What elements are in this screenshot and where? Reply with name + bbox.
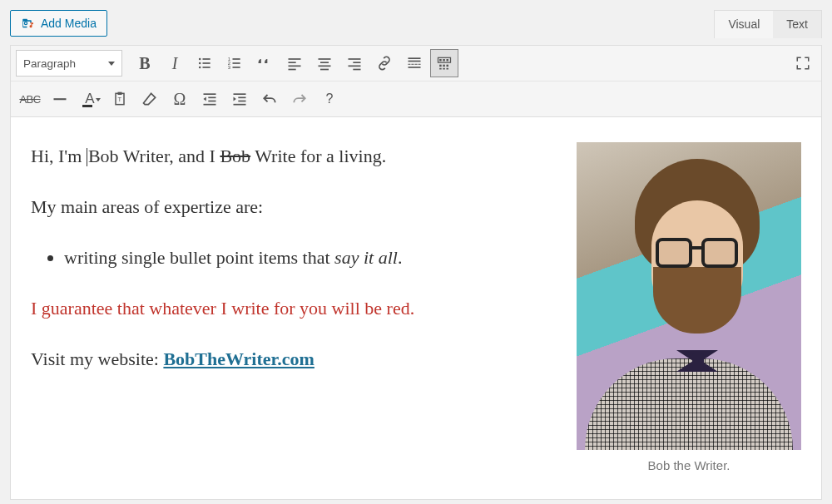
svg-point-3 [199, 62, 201, 65]
editor-container: Add Media Visual Text Paragraph B I 123 [0, 0, 832, 504]
align-left-icon [286, 55, 303, 72]
svg-rect-14 [289, 62, 296, 63]
paragraph-red[interactable]: I guarantee that whatever I write for yo… [31, 294, 563, 322]
align-center-icon [316, 55, 333, 72]
strikethrough-button[interactable]: ABC [16, 85, 44, 113]
kitchen-sink-icon [436, 55, 453, 72]
decrease-indent-button[interactable] [196, 85, 224, 113]
svg-rect-36 [447, 59, 449, 62]
svg-rect-34 [439, 59, 442, 62]
blockquote-button[interactable] [250, 49, 279, 77]
svg-rect-17 [319, 58, 331, 60]
link-icon [376, 55, 393, 72]
eraser-icon [141, 91, 158, 107]
special-character-button[interactable]: Ω [166, 85, 194, 113]
svg-rect-22 [353, 62, 360, 63]
editor-top-row: Add Media Visual Text [10, 10, 822, 38]
outdent-icon [201, 91, 218, 107]
toolbar: Paragraph B I 123 [10, 45, 822, 117]
paragraph-link[interactable]: Visit my website: BobTheWriter.com [31, 345, 563, 373]
image-caption[interactable]: Bob the Writer. [577, 450, 801, 472]
svg-rect-39 [447, 65, 449, 67]
bullet-list[interactable]: writing single bullet point items that s… [64, 244, 563, 271]
svg-rect-4 [203, 62, 210, 64]
struck-text: Bob [220, 146, 250, 166]
svg-rect-41 [443, 68, 445, 70]
italic-button[interactable]: I [161, 49, 189, 77]
svg-rect-20 [320, 69, 329, 71]
inserted-image-figure[interactable]: Bob the Writer. [577, 142, 801, 472]
svg-rect-13 [289, 58, 301, 60]
svg-rect-30 [415, 64, 418, 65]
svg-rect-32 [409, 67, 421, 68]
svg-rect-29 [412, 64, 414, 65]
paste-as-text-button[interactable]: T [106, 85, 134, 113]
svg-rect-48 [208, 97, 215, 99]
numbered-list-button[interactable]: 123 [220, 49, 249, 77]
svg-rect-37 [439, 65, 442, 67]
inserted-image[interactable] [577, 142, 801, 450]
svg-rect-47 [204, 93, 216, 95]
tab-visual[interactable]: Visual [715, 11, 773, 38]
chevron-down-icon [96, 98, 101, 101]
align-right-icon [346, 55, 363, 72]
align-center-button[interactable] [310, 49, 339, 77]
format-dropdown[interactable]: Paragraph [16, 50, 122, 77]
svg-rect-43 [54, 98, 67, 100]
add-media-label: Add Media [41, 17, 97, 30]
svg-rect-38 [443, 65, 445, 67]
content-area[interactable]: Hi, I'm Bob Writer, and I Bob Write for … [10, 117, 822, 500]
bulleted-list-icon [196, 55, 213, 72]
quote-icon [256, 55, 273, 72]
svg-rect-8 [233, 58, 240, 60]
italic-text: say it all [334, 247, 398, 268]
align-right-button[interactable] [340, 49, 369, 77]
content-body[interactable]: Hi, I'm Bob Writer, and I Bob Write for … [31, 142, 563, 373]
keyboard-shortcuts-button[interactable]: ? [315, 85, 344, 113]
website-link[interactable]: BobTheWriter.com [163, 348, 314, 369]
editor-mode-tabs: Visual Text [714, 10, 822, 38]
toolbar-row-1: Paragraph B I 123 [11, 46, 821, 82]
svg-rect-18 [320, 62, 329, 63]
svg-rect-51 [234, 93, 246, 95]
text-color-button[interactable]: A [76, 85, 104, 113]
paragraph-areas[interactable]: My main areas of expertize are: [31, 193, 563, 220]
insert-link-button[interactable] [370, 49, 399, 77]
svg-rect-25 [409, 57, 421, 59]
tab-text[interactable]: Text [773, 11, 821, 38]
horizontal-rule-button[interactable] [46, 85, 74, 113]
svg-rect-6 [203, 67, 210, 68]
clear-formatting-button[interactable] [136, 85, 164, 113]
svg-rect-45 [118, 92, 122, 95]
svg-rect-53 [238, 101, 245, 102]
svg-text:3: 3 [228, 65, 230, 70]
fullscreen-button[interactable] [790, 50, 816, 77]
svg-point-5 [199, 67, 201, 69]
fullscreen-icon [795, 56, 810, 71]
redo-button[interactable] [285, 85, 314, 113]
svg-rect-52 [238, 97, 245, 99]
svg-rect-12 [233, 67, 240, 68]
chevron-down-icon [108, 62, 115, 66]
toolbar-toggle-button[interactable] [430, 49, 458, 77]
svg-rect-40 [439, 68, 442, 70]
paragraph-intro[interactable]: Hi, I'm Bob Writer, and I Bob Write for … [31, 142, 563, 170]
list-item[interactable]: writing single bullet point items that s… [64, 244, 563, 271]
insert-more-button[interactable] [400, 49, 428, 77]
align-left-button[interactable] [280, 49, 309, 77]
increase-indent-button[interactable] [225, 85, 254, 113]
bulleted-list-button[interactable] [191, 49, 219, 77]
help-icon: ? [326, 91, 334, 106]
undo-button[interactable] [255, 85, 284, 113]
format-dropdown-label: Paragraph [23, 57, 76, 70]
svg-rect-2 [203, 58, 210, 60]
add-media-button[interactable]: Add Media [10, 10, 107, 37]
svg-rect-42 [447, 68, 449, 70]
svg-rect-19 [319, 66, 331, 67]
svg-rect-49 [208, 101, 215, 102]
svg-rect-28 [409, 64, 411, 65]
bold-button[interactable]: B [131, 49, 159, 77]
svg-rect-26 [409, 61, 421, 62]
indent-icon [231, 91, 248, 107]
svg-text:T: T [118, 96, 122, 103]
